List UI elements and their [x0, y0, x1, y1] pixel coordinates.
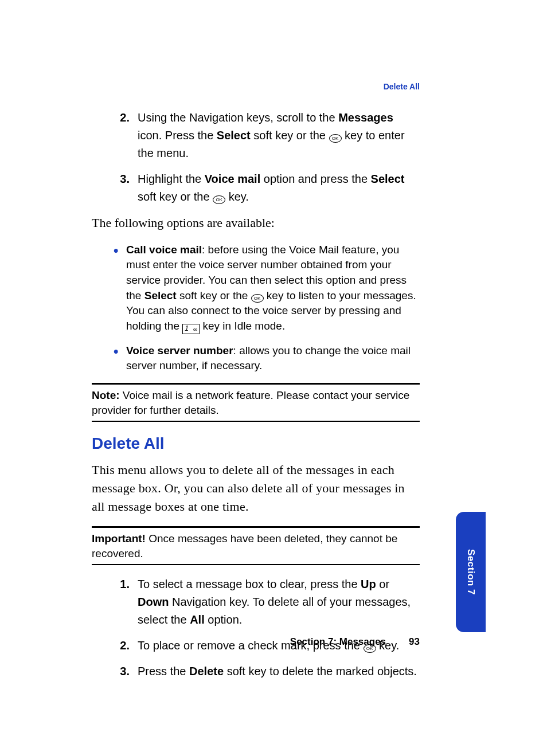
bold: All [190, 613, 205, 626]
bold: Select [371, 173, 405, 185]
step-body: Press the Delete soft key to delete the … [138, 663, 420, 680]
text: key. [225, 190, 249, 203]
bullet-lead: Voice server number [126, 344, 233, 357]
text: option. [205, 613, 243, 626]
header-topic-link: Delete All [384, 82, 420, 91]
text: Press the [138, 665, 189, 677]
text: Highlight the [138, 173, 205, 185]
divider [92, 421, 420, 422]
step-number: 2. [92, 109, 138, 162]
step-body: Using the Navigation keys, scroll to the… [138, 109, 420, 162]
text: Using the Navigation keys, scroll to the [138, 111, 338, 124]
bullet-list: Call voice mail: before using the Voice … [92, 242, 420, 374]
important-label: Important! [92, 532, 146, 545]
step-2: 2. Using the Navigation keys, scroll to … [92, 109, 420, 162]
bullet-item: Call voice mail: before using the Voice … [92, 242, 420, 334]
text: soft key or the [177, 289, 251, 301]
bold: Up [361, 578, 376, 590]
divider [92, 526, 420, 528]
text: or [376, 578, 389, 590]
text: option and press the [260, 173, 370, 185]
ok-key-icon: OK [251, 294, 264, 303]
important-block: Important! Once messages have been delet… [92, 531, 420, 561]
text: soft key or the [251, 129, 329, 142]
note-block: Note: Voice mail is a network feature. P… [92, 388, 420, 417]
text: To select a message box to clear, press … [138, 578, 361, 590]
section-heading: Delete All [92, 434, 420, 453]
text: icon. Press the [138, 129, 217, 142]
section-intro: This menu allows you to delete all of th… [92, 461, 420, 516]
one-key-icon: 1 [182, 324, 200, 334]
ok-key-icon: OK [329, 134, 342, 143]
page-footer: Section 7: Messages 93 [92, 636, 420, 648]
bold: Down [138, 596, 169, 608]
bullet-lead: Call voice mail [126, 244, 202, 256]
bold: Select [217, 129, 251, 142]
divider [92, 564, 420, 565]
text: soft key or the [138, 190, 213, 203]
step-number: 3. [92, 170, 138, 206]
bold: Voice mail [205, 173, 260, 185]
text: soft key to delete the marked objects. [224, 665, 417, 677]
step-3: 3. Press the Delete soft key to delete t… [92, 663, 420, 680]
text: Navigation key. To delete all of your me… [138, 596, 411, 626]
footer-page-number: 93 [409, 636, 420, 648]
section-tab: Section 7 [456, 512, 486, 632]
step-number: 1. [92, 575, 138, 629]
note-label: Note: [92, 389, 120, 401]
step-3: 3. Highlight the Voice mail option and p… [92, 170, 420, 206]
bold: Select [144, 289, 177, 301]
section-tab-label: Section 7 [465, 549, 476, 595]
step-body: To select a message box to clear, press … [138, 575, 420, 629]
bold: Messages [338, 111, 393, 124]
divider [92, 383, 420, 385]
intro-paragraph: The following options are available: [92, 214, 420, 232]
numbered-steps-1: 2. Using the Navigation keys, scroll to … [92, 109, 420, 206]
page-content: Delete All 2. Using the Navigation keys,… [92, 83, 420, 688]
bullet-item: Voice server number: allows you to chang… [92, 343, 420, 374]
footer-section: Section 7: Messages [290, 636, 386, 648]
step-1: 1. To select a message box to clear, pre… [92, 575, 420, 629]
step-body: Highlight the Voice mail option and pres… [138, 170, 420, 206]
step-number: 3. [92, 663, 138, 680]
numbered-steps-2: 1. To select a message box to clear, pre… [92, 575, 420, 680]
text: key in Idle mode. [200, 320, 285, 332]
note-text: Voice mail is a network feature. Please … [92, 389, 409, 416]
bold: Delete [189, 665, 224, 677]
ok-key-icon: OK [213, 195, 225, 204]
